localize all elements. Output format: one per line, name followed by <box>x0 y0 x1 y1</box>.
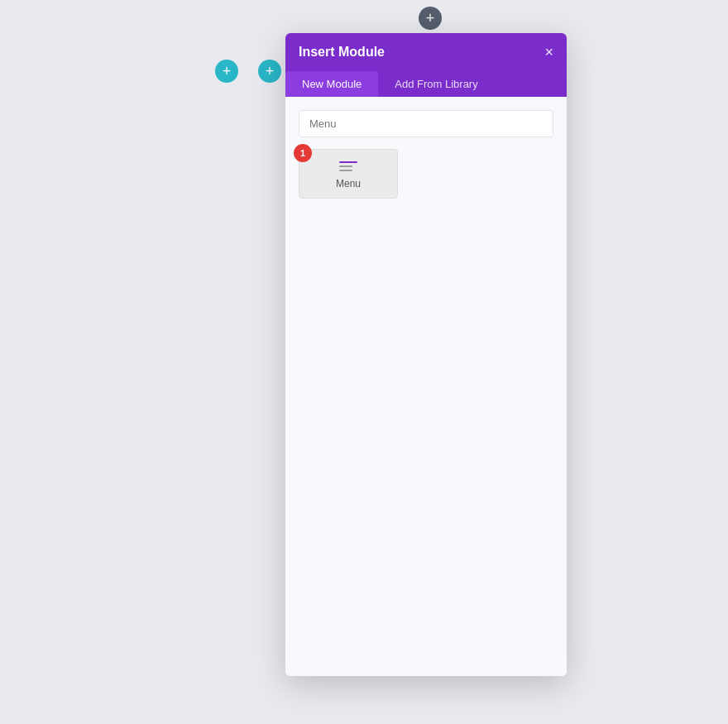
result-count-badge: 1 <box>294 144 312 162</box>
modal-body: Menu 1 Menu <box>285 97 567 676</box>
menu-module-label: Menu <box>336 178 361 189</box>
modal-tabs: New Module Add From Library <box>285 71 567 97</box>
tab-new-module[interactable]: New Module <box>285 71 378 97</box>
results-section: 1 Menu <box>299 149 553 199</box>
tab-add-from-library[interactable]: Add From Library <box>378 71 494 97</box>
insert-module-modal: Insert Module × New Module Add From Libr… <box>285 33 567 676</box>
left-insert-button-1[interactable]: + <box>215 60 238 83</box>
menu-icon-line-2 <box>339 165 352 167</box>
menu-icon-line-3 <box>339 170 352 171</box>
modal-header: Insert Module × <box>285 33 567 71</box>
plus-icon: + <box>266 63 275 80</box>
left-insert-button-2[interactable]: + <box>258 60 281 83</box>
menu-module-card[interactable]: Menu <box>299 149 398 199</box>
plus-icon: + <box>223 63 232 80</box>
menu-icon-line-1 <box>339 161 357 163</box>
modal-close-button[interactable]: × <box>544 45 553 60</box>
menu-module-icon <box>339 161 357 171</box>
search-input[interactable]: Menu <box>299 110 553 137</box>
top-insert-button[interactable]: + <box>419 7 442 30</box>
plus-icon: + <box>426 11 435 26</box>
modal-title: Insert Module <box>299 45 385 60</box>
search-container: Menu <box>299 110 553 137</box>
